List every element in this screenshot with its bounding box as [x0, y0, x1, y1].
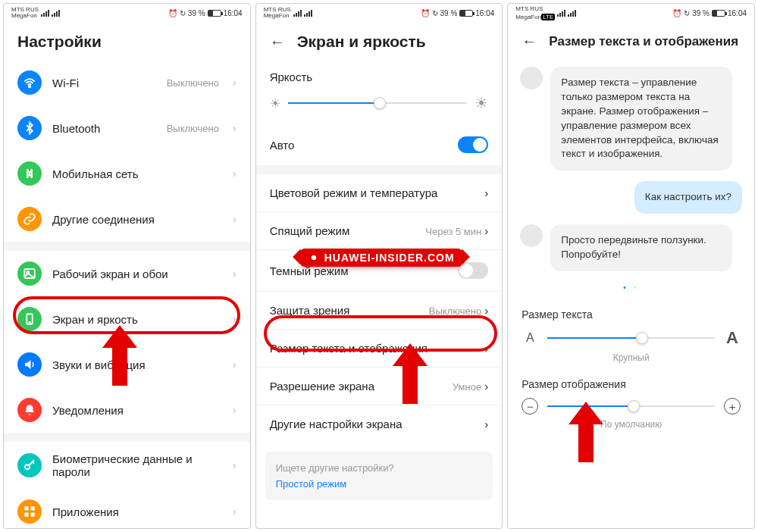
- row-resolution[interactable]: Разрешение экрана Умное ›: [256, 367, 503, 405]
- watermark: HUAWEI-INSIDER.COM: [300, 249, 462, 267]
- settings-list[interactable]: Wi-Fi Выключено › Bluetooth Выключено › …: [4, 60, 250, 528]
- battery-icon: [208, 10, 221, 17]
- svg-rect-8: [24, 513, 28, 517]
- brightness-slider[interactable]: ☀ ☀: [256, 88, 503, 124]
- item-display[interactable]: Экран и яркость ›: [4, 296, 250, 342]
- item-biometrics[interactable]: Биометрические данные и пароли ›: [4, 442, 250, 489]
- dark-toggle[interactable]: [458, 262, 488, 279]
- header: ← Экран и яркость: [256, 22, 503, 60]
- chat-bubble: Просто передвиньте ползунки. Попробуйте!: [550, 224, 732, 271]
- item-wallpaper[interactable]: Рабочий экран и обои ›: [4, 251, 250, 296]
- clock: 16:04: [224, 9, 243, 17]
- svg-rect-6: [24, 506, 28, 510]
- item-mobile[interactable]: Мобильная сеть ›: [4, 151, 250, 196]
- signal-icon: [41, 10, 49, 17]
- auto-toggle[interactable]: [458, 136, 488, 153]
- page-dots: • ·: [520, 282, 742, 293]
- sun-high-icon: ☀: [475, 94, 488, 112]
- huawei-logo-icon: [308, 252, 320, 264]
- sound-icon: [17, 352, 42, 377]
- chevron-right-icon: ›: [233, 77, 236, 89]
- text-size-slider[interactable]: A A: [522, 328, 741, 348]
- display-icon: [17, 307, 42, 331]
- wifi-icon: [17, 70, 42, 95]
- page-title: Размер текста и отображения: [549, 34, 738, 49]
- display-size-slider[interactable]: − +: [522, 398, 741, 415]
- mobile-icon: [17, 161, 42, 186]
- item-apps[interactable]: Приложения ›: [4, 489, 250, 528]
- page-title: Экран и яркость: [297, 33, 426, 51]
- small-a-icon: A: [522, 331, 538, 345]
- item-wifi[interactable]: Wi-Fi Выключено ›: [4, 60, 250, 105]
- preview-chat: Размер текста – управление только размер…: [508, 59, 754, 301]
- row-color-mode[interactable]: Цветовой режим и температура ›: [256, 174, 503, 211]
- status-bar: MTS RUS MegaFon ⏰ ↻ 39 % 16:04: [4, 4, 250, 22]
- chat-bubble: Размер текста – управление только размер…: [550, 67, 732, 171]
- alarm-icon: ⏰: [168, 9, 177, 17]
- large-a-icon: A: [724, 328, 741, 348]
- svg-point-0: [29, 86, 30, 87]
- back-button[interactable]: ←: [522, 33, 537, 50]
- bell-icon: [17, 398, 42, 422]
- svg-point-4: [29, 322, 30, 324]
- plus-icon: +: [724, 398, 741, 415]
- battery-text: 39 %: [188, 9, 205, 17]
- apps-icon: [17, 499, 42, 524]
- phone-text-size: MTS RUS MegaFonLTE ⏰↻ 39 % 16:04 ← Разме…: [507, 3, 755, 529]
- footer-search: Ищете другие настройки? Простой режим: [265, 452, 493, 500]
- minus-icon: −: [522, 398, 538, 415]
- svg-rect-9: [31, 513, 35, 517]
- text-size-section: Размер текста A A Крупный: [508, 301, 754, 371]
- row-sleep[interactable]: Спящий режим Через 5 мин ›: [256, 211, 503, 249]
- signal-icon-2: [52, 10, 60, 17]
- item-connections[interactable]: Другие соединения ›: [4, 196, 250, 242]
- phone-display-settings: MTS RUS MegaFon ⏰↻ 39 % 16:04 ← Экран и …: [255, 3, 503, 529]
- header: ← Размер текста и отображения: [508, 22, 754, 59]
- display-size-section: Размер отображения − + По умолчанию: [508, 371, 754, 437]
- item-value: Выключено: [167, 77, 219, 89]
- status-bar: MTS RUS MegaFonLTE ⏰↻ 39 % 16:04: [508, 4, 754, 22]
- header: Настройки: [4, 22, 250, 60]
- item-notifications[interactable]: Уведомления ›: [4, 387, 250, 433]
- avatar-icon: [520, 67, 543, 89]
- brightness-label: Яркость: [256, 60, 503, 88]
- page-title: Настройки: [17, 33, 102, 51]
- chat-bubble: Как настроить их?: [634, 181, 742, 214]
- key-icon: [17, 453, 42, 477]
- row-text-size[interactable]: Размер текста и отображения ›: [256, 329, 503, 367]
- row-eye-comfort[interactable]: Защита зрения Выключено ›: [256, 291, 503, 329]
- bluetooth-icon: [17, 116, 42, 140]
- svg-point-5: [25, 465, 30, 469]
- item-label: Wi-Fi: [52, 77, 156, 89]
- row-auto[interactable]: Авто: [256, 124, 503, 165]
- status-bar: MTS RUS MegaFon ⏰↻ 39 % 16:04: [256, 4, 503, 22]
- avatar-icon: [520, 224, 543, 247]
- phone-settings: MTS RUS MegaFon ⏰ ↻ 39 % 16:04 Настройки…: [3, 3, 251, 529]
- link-icon: [17, 207, 42, 231]
- image-icon: [17, 261, 42, 286]
- svg-rect-7: [31, 506, 35, 510]
- simple-mode-link[interactable]: Простой режим: [276, 478, 483, 490]
- back-button[interactable]: ←: [270, 33, 285, 51]
- row-other[interactable]: Другие настройки экрана ›: [256, 405, 503, 443]
- item-sound[interactable]: Звуки и вибрация ›: [4, 342, 250, 387]
- carrier-2: MegaFon: [11, 13, 39, 19]
- item-bluetooth[interactable]: Bluetooth Выключено ›: [4, 105, 250, 151]
- sun-low-icon: ☀: [270, 96, 280, 111]
